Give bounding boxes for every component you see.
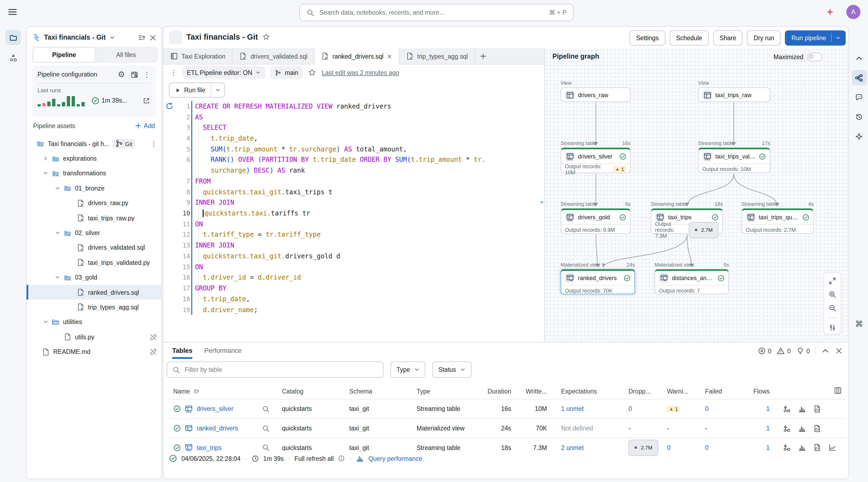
new-tab-button[interactable] — [475, 48, 491, 64]
column-header-failed[interactable]: Failed — [699, 388, 739, 395]
code-line[interactable]: 13INNER JOIN — [163, 240, 538, 251]
graph-node-drivers-gold[interactable]: drivers_goldOutput records: 9.9M — [561, 208, 631, 234]
run-bar[interactable] — [37, 104, 41, 106]
chevron-down-icon[interactable] — [55, 186, 60, 191]
code-line[interactable]: 19 d.driver_name; — [163, 304, 538, 315]
code-line[interactable]: 1CREATE OR REFRESH MATERIALIZED VIEW ran… — [163, 101, 538, 111]
tree-item-ranked-drivers-sql[interactable]: ranked_drivers.sql — [27, 285, 161, 300]
run-bar[interactable] — [57, 104, 60, 106]
graph-node-distances-and-amounts-b-[interactable]: distances_and_amounts_b...Output records… — [654, 269, 729, 294]
code-line[interactable]: 5 SUM(t.trip_amount * tr.surcharge) AS t… — [163, 144, 538, 154]
code-line[interactable]: 11ON — [163, 219, 538, 229]
rail-pipeline-graph-button[interactable] — [851, 70, 867, 85]
code-line[interactable]: 7FROM — [163, 176, 538, 187]
collapse-panel-icon[interactable] — [821, 347, 830, 355]
trend-action-icon[interactable] — [828, 444, 837, 452]
external-link-icon[interactable] — [142, 96, 151, 104]
run-bar[interactable] — [47, 101, 51, 106]
drop-badge[interactable]: ■2.7M — [689, 222, 719, 238]
sort-icon[interactable] — [192, 388, 199, 395]
column-settings-icon[interactable] — [834, 386, 842, 395]
table-name-link[interactable]: taxi_trips — [197, 444, 222, 451]
status-filter-dropdown[interactable]: Status — [432, 361, 471, 378]
code-line[interactable]: 2AS — [163, 111, 538, 122]
graph-filter-sliders-icon[interactable] — [828, 323, 837, 332]
run-bar[interactable] — [62, 102, 65, 106]
keyboard-shortcuts-button[interactable]: ⌘ — [851, 316, 867, 332]
sql-code-editor[interactable]: 1CREATE OR REFRESH MATERIALIZED VIEW ran… — [163, 101, 538, 315]
lineage-action-icon[interactable] — [783, 405, 791, 413]
etl-editor-toggle[interactable]: ETL Pipeline editor: ON — [183, 66, 265, 79]
tree-item-03-gold[interactable]: 03_gold — [27, 270, 161, 285]
close-sidebar-icon[interactable] — [149, 33, 157, 41]
run-pipeline-button[interactable]: Run pipeline — [785, 30, 846, 45]
tree-item-02-silver[interactable]: 02_silver — [27, 226, 161, 240]
editor-tab-trip-types-agg-sql[interactable]: trip_types_agg.sql — [399, 48, 475, 64]
run-bar[interactable] — [76, 104, 80, 106]
hamburger-menu-icon[interactable] — [8, 7, 18, 17]
run-file-button[interactable]: Run file — [169, 83, 225, 98]
code-line[interactable]: 15ON — [163, 262, 538, 272]
add-asset-button[interactable]: Add — [134, 122, 155, 129]
graph-node-taxi-trips-raw[interactable]: taxi_trips_raw — [698, 87, 770, 102]
tree-item-utils-py[interactable]: utils.py — [27, 329, 161, 344]
tree-item-trip-types-agg-sql[interactable]: trip_types_agg.sql — [27, 300, 161, 315]
column-header-type[interactable]: Type — [410, 388, 477, 395]
sort-panel-icon[interactable] — [137, 33, 146, 41]
query-performance-link[interactable]: Query performance — [368, 455, 422, 462]
bottom-tab-tables[interactable]: Tables — [172, 347, 192, 359]
search-icon[interactable] — [262, 444, 270, 452]
graph-node-taxi-trips-validated[interactable]: taxi_trips_validatedOutput records: 10M — [698, 148, 770, 173]
zoom-in-icon[interactable] — [828, 290, 837, 298]
code-line[interactable]: 6 RANK() OVER (PARTITION BY t.trip_date … — [163, 154, 538, 165]
rail-comments-button[interactable] — [851, 90, 867, 105]
code-line[interactable]: 3 SELECT — [163, 122, 538, 133]
column-header-name[interactable]: Name — [167, 388, 275, 395]
run-bar[interactable] — [42, 103, 45, 106]
search-icon[interactable] — [262, 405, 270, 413]
avatar[interactable]: A — [846, 5, 860, 19]
tree-item-explorations[interactable]: explorations — [27, 151, 161, 166]
tree-item-drivers-validated-sql[interactable]: drivers_validated.sql — [27, 240, 161, 255]
editor-tab-taxi-exploration[interactable]: Taxi Exploration — [163, 48, 232, 64]
table-row-drivers_silver[interactable]: drivers_silverquickstartstaxi_gitStreami… — [167, 399, 845, 418]
graph-node-taxi-trips[interactable]: taxi_tripsOutput records: 7.3M■2.7M — [651, 208, 723, 234]
tree-item-drivers-raw-py[interactable]: drivers_raw.py — [27, 196, 161, 211]
star-icon[interactable] — [308, 68, 316, 76]
column-header-writte[interactable]: Writte... — [519, 388, 555, 395]
chevron-down-icon[interactable] — [835, 35, 841, 41]
graph-node-drivers-silver[interactable]: drivers_silverOutput records: 10M▲1 — [561, 148, 631, 173]
code-line[interactable]: 17GROUP BY — [163, 283, 538, 293]
rail-assistant-button[interactable] — [851, 129, 867, 144]
codefile-action-icon[interactable] — [813, 444, 821, 452]
graph-node-drivers-raw[interactable]: drivers_raw — [561, 87, 631, 102]
run-bar[interactable] — [82, 102, 85, 106]
git-badge[interactable]: Git — [113, 139, 135, 148]
kebab-menu-icon[interactable]: ⋮ — [151, 140, 157, 147]
refresh-line-icon[interactable] — [165, 102, 174, 110]
barchart-action-icon[interactable] — [798, 444, 806, 452]
barchart-action-icon[interactable] — [798, 424, 806, 432]
column-header-catalog[interactable]: Catalog — [275, 388, 343, 395]
share-button[interactable]: Share — [713, 30, 743, 45]
table-name-link[interactable]: ranked_drivers — [197, 425, 238, 431]
chevron-down-icon[interactable] — [109, 34, 115, 40]
fullscreen-icon[interactable] — [828, 277, 837, 285]
warn-badge[interactable]: ▲1 — [613, 166, 626, 172]
bottom-tab-performance[interactable]: Performance — [204, 347, 242, 359]
gear-icon[interactable]: ⚙ — [117, 70, 125, 78]
close-tab-icon[interactable] — [387, 54, 392, 59]
chevron-down-icon[interactable] — [55, 230, 60, 235]
tree-item-readme-md[interactable]: README.md — [27, 344, 161, 359]
editor-tab-drivers-validated-sql[interactable]: drivers_validated.sql — [232, 48, 314, 64]
chevron-right-icon[interactable] — [43, 156, 48, 161]
settings-button[interactable]: Settings — [629, 30, 665, 45]
sidebar-tab-all-files[interactable]: All files — [95, 48, 157, 62]
filter-by-table-input[interactable]: Filter by table — [167, 361, 383, 378]
favorite-star-icon[interactable] — [262, 33, 270, 41]
column-header-duration[interactable]: Duration — [477, 388, 519, 395]
dropped-badge[interactable]: ■2.7M — [628, 439, 658, 456]
barchart-action-icon[interactable] — [798, 405, 806, 413]
sidebar-pipeline-title[interactable]: Taxi financials - Git — [44, 34, 106, 41]
chevron-down-icon[interactable] — [43, 319, 48, 325]
